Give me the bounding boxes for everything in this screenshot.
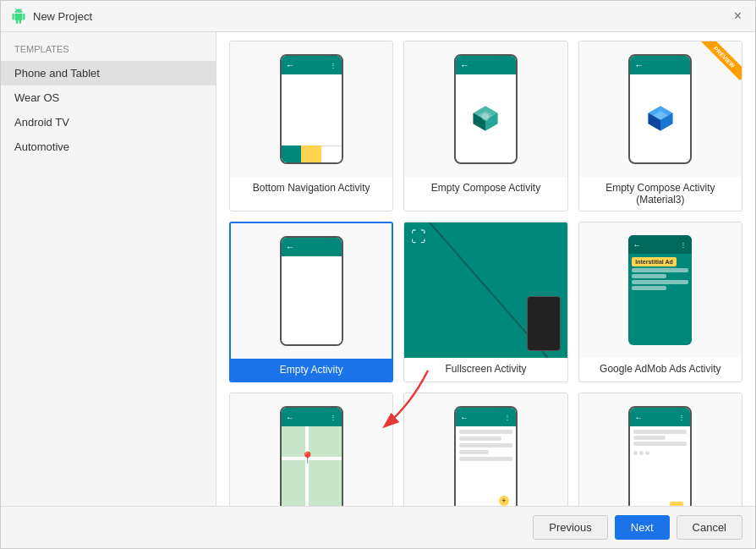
- sidebar: Templates Phone and Tablet Wear OS Andro…: [1, 32, 216, 506]
- template-preview-scrolling: ← ⋮ +: [404, 393, 567, 506]
- compose-m3-preview: ←: [628, 54, 692, 164]
- scroll-mock: ← ⋮ +: [454, 406, 518, 506]
- template-preview-empty-compose-m3: ←: [579, 41, 742, 177]
- back-arrow-m3-icon: ←: [634, 60, 644, 70]
- admob-header: ← ⋮: [628, 235, 692, 254]
- map-pin-icon: 📍: [300, 451, 315, 464]
- dots-maps-icon: ⋮: [330, 414, 337, 421]
- svg-point-5: [482, 113, 490, 121]
- template-card-admob[interactable]: ← ⋮ Interstitial Ad: [578, 222, 742, 382]
- bottom-nav-bar: [282, 145, 342, 162]
- dialog-footer: Previous Next Cancel: [1, 506, 755, 548]
- template-label-admob: Google AdMob Ads Activity: [579, 358, 742, 380]
- new-project-dialog: New Project × Templates Phone and Tablet…: [0, 0, 756, 549]
- phone-device-icon: [527, 296, 561, 351]
- phone-mock-empty: ←: [280, 236, 343, 346]
- back-arrow-nav-icon: ←: [634, 413, 643, 422]
- templates-grid-wrapper: ← ⋮: [229, 41, 742, 506]
- template-preview-fullscreen: ⛶: [404, 222, 567, 358]
- template-label-empty-compose: Empty Compose Activity: [404, 177, 567, 199]
- back-arrow-admob-icon: ←: [633, 240, 641, 250]
- title-bar-left: New Project: [11, 8, 92, 24]
- template-card-empty-compose[interactable]: ←: [403, 41, 567, 211]
- compose-cube-m3-icon: [645, 103, 676, 134]
- dots-nav-icon: ⋮: [678, 414, 686, 421]
- sidebar-item-android-tv[interactable]: Android TV: [1, 110, 216, 135]
- nav-drawer-mock: ← ⋮: [628, 406, 692, 506]
- template-preview-empty-activity: ←: [231, 223, 392, 359]
- back-arrow-icon: ←: [286, 60, 295, 70]
- compose-preview: ←: [454, 54, 518, 164]
- admob-mock: ← ⋮ Interstitial Ad: [628, 235, 692, 345]
- template-preview-bottom-nav: ← ⋮: [230, 41, 392, 177]
- sidebar-item-phone-tablet[interactable]: Phone and Tablet: [1, 61, 216, 85]
- back-arrow-empty-icon: ←: [286, 242, 295, 252]
- title-bar: New Project ×: [1, 1, 755, 32]
- previous-button[interactable]: Previous: [533, 515, 608, 540]
- template-preview-empty-compose: ←: [404, 41, 567, 177]
- map-mock: ← ⋮ 📍: [280, 406, 343, 506]
- dialog-title: New Project: [33, 10, 92, 23]
- dots-icon: ⋮: [330, 62, 337, 69]
- nav-dots: [630, 449, 690, 457]
- fab-icon: +: [499, 496, 509, 506]
- template-label-empty-activity: Empty Activity: [231, 359, 392, 381]
- scroll-body: [456, 426, 516, 506]
- template-card-bottom-nav[interactable]: ← ⋮: [229, 41, 393, 211]
- template-card-fullscreen[interactable]: ⛶ Fullscreen Activity: [403, 222, 567, 382]
- cancel-button[interactable]: Cancel: [677, 515, 742, 540]
- template-label-fullscreen: Fullscreen Activity: [404, 358, 567, 380]
- template-preview-maps: ← ⋮ 📍: [230, 393, 392, 506]
- template-preview-admob: ← ⋮ Interstitial Ad: [579, 222, 742, 358]
- template-preview-nav-drawer: ← ⋮: [579, 393, 742, 506]
- template-card-empty-activity[interactable]: ← Empty Activity: [229, 222, 393, 382]
- phone-mock-bottom-nav: ← ⋮: [280, 54, 343, 164]
- preview-badge-text: PREVIEW: [701, 41, 742, 80]
- close-button[interactable]: ×: [731, 8, 745, 25]
- back-arrow-compose-icon: ←: [460, 60, 469, 70]
- map-body: 📍: [282, 426, 342, 506]
- dialog-content: Templates Phone and Tablet Wear OS Andro…: [1, 32, 755, 506]
- back-arrow-maps-icon: ←: [286, 413, 294, 422]
- fullscreen-content: ⛶: [404, 222, 567, 358]
- sidebar-item-wear-os[interactable]: Wear OS: [1, 85, 216, 110]
- templates-grid: ← ⋮: [229, 41, 742, 506]
- scroll-header: ← ⋮: [456, 408, 516, 426]
- android-icon: [11, 8, 26, 24]
- template-label-bottom-nav: Bottom Navigation Activity: [230, 177, 392, 199]
- dots-admob-icon: ⋮: [680, 241, 688, 249]
- interstitial-ad-badge: Interstitial Ad: [632, 257, 676, 266]
- template-card-nav-drawer[interactable]: ← ⋮: [578, 393, 742, 506]
- nav-header: ← ⋮: [630, 408, 690, 426]
- template-card-empty-compose-m3[interactable]: ←: [578, 41, 742, 211]
- nav-yellow-button: [670, 502, 683, 506]
- back-arrow-scroll-icon: ←: [460, 413, 468, 422]
- fullscreen-corners-icon: ⛶: [411, 229, 426, 244]
- main-content: ← ⋮: [216, 32, 755, 506]
- compose-cube-icon: [470, 103, 501, 134]
- sidebar-section-label: Templates: [1, 41, 216, 61]
- map-header: ← ⋮: [282, 408, 342, 426]
- template-label-empty-compose-m3: Empty Compose Activity (Material3): [579, 177, 742, 211]
- template-card-maps[interactable]: ← ⋮ 📍 Google Maps Activity: [229, 393, 393, 506]
- next-button[interactable]: Next: [615, 515, 670, 540]
- admob-body: Interstitial Ad: [628, 254, 692, 345]
- dots-scroll-icon: ⋮: [504, 414, 512, 421]
- template-card-scrolling[interactable]: ← ⋮ +: [403, 393, 567, 506]
- sidebar-item-automotive[interactable]: Automotive: [1, 135, 216, 159]
- preview-ribbon: PREVIEW: [699, 41, 742, 84]
